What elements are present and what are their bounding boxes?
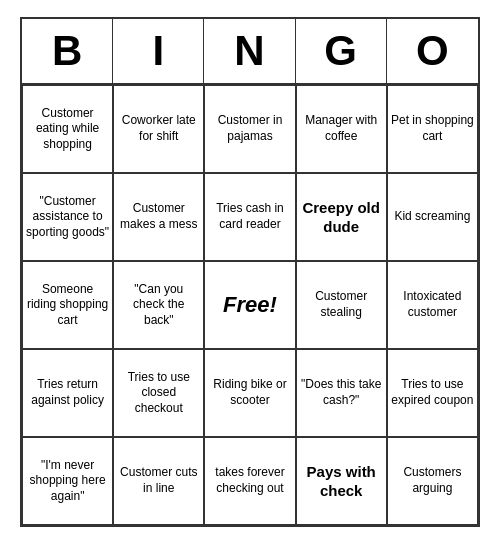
bingo-letter-g: G — [296, 19, 387, 83]
bingo-cell-7[interactable]: Tries cash in card reader — [204, 173, 295, 261]
bingo-cell-0[interactable]: Customer eating while shopping — [22, 85, 113, 173]
bingo-cell-14[interactable]: Intoxicated customer — [387, 261, 478, 349]
bingo-cell-18[interactable]: "Does this take cash?" — [296, 349, 387, 437]
bingo-letter-i: I — [113, 19, 204, 83]
bingo-cell-4[interactable]: Pet in shopping cart — [387, 85, 478, 173]
bingo-cell-8[interactable]: Creepy old dude — [296, 173, 387, 261]
bingo-letter-b: B — [22, 19, 113, 83]
bingo-letter-o: O — [387, 19, 478, 83]
bingo-cell-16[interactable]: Tries to use closed checkout — [113, 349, 204, 437]
bingo-header: BINGO — [22, 19, 478, 85]
bingo-cell-11[interactable]: "Can you check the back" — [113, 261, 204, 349]
bingo-cell-13[interactable]: Customer stealing — [296, 261, 387, 349]
bingo-cell-3[interactable]: Manager with coffee — [296, 85, 387, 173]
bingo-cell-5[interactable]: "Customer assistance to sporting goods" — [22, 173, 113, 261]
bingo-cell-19[interactable]: Tries to use expired coupon — [387, 349, 478, 437]
bingo-card: BINGO Customer eating while shoppingCowo… — [20, 17, 480, 527]
bingo-cell-9[interactable]: Kid screaming — [387, 173, 478, 261]
bingo-cell-12[interactable]: Free! — [204, 261, 295, 349]
bingo-cell-15[interactable]: Tries return against policy — [22, 349, 113, 437]
bingo-cell-20[interactable]: "I'm never shopping here again" — [22, 437, 113, 525]
bingo-cell-22[interactable]: takes forever checking out — [204, 437, 295, 525]
bingo-cell-17[interactable]: Riding bike or scooter — [204, 349, 295, 437]
bingo-cell-23[interactable]: Pays with check — [296, 437, 387, 525]
bingo-cell-2[interactable]: Customer in pajamas — [204, 85, 295, 173]
bingo-cell-1[interactable]: Coworker late for shift — [113, 85, 204, 173]
bingo-cell-10[interactable]: Someone riding shopping cart — [22, 261, 113, 349]
bingo-grid: Customer eating while shoppingCoworker l… — [22, 85, 478, 525]
bingo-cell-21[interactable]: Customer cuts in line — [113, 437, 204, 525]
bingo-cell-6[interactable]: Customer makes a mess — [113, 173, 204, 261]
bingo-cell-24[interactable]: Customers arguing — [387, 437, 478, 525]
bingo-letter-n: N — [204, 19, 295, 83]
